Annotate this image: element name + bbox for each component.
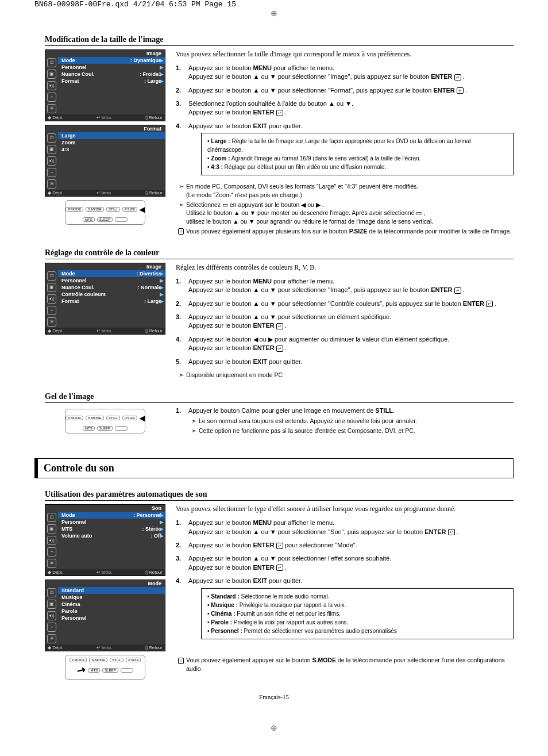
osd-row-format: Format: Large▶	[58, 298, 165, 305]
step-3: Sélectionnez l'option souhaitée à l'aide…	[188, 99, 514, 117]
arrow-icon: ◂	[140, 203, 145, 216]
osd-row-volume-auto: Volume auto: Off▶	[58, 532, 165, 539]
step-2: Appuyez sur le bouton ▲ ou ▼ pour sélect…	[188, 86, 514, 95]
enter-icon: ↵	[276, 543, 283, 549]
definitions-box: • Standard : Sélectionne le mode audio n…	[201, 588, 514, 639]
osd-footer: ◆ Dépl. ↵ Intro. ▯ Retour	[45, 114, 165, 121]
step-3: Appuyez sur le bouton ▲ ou ▼ pour sélect…	[188, 313, 514, 331]
enter-icon: ↵	[448, 529, 455, 535]
osd-color-menu: Image ⊡▣◂))⌁✲ Mode: Divertiss▶ Personnel…	[45, 263, 165, 335]
osd-row-controle-couleurs: Contrôle couleurs▶	[58, 291, 165, 298]
osd-row-standard: Standard	[58, 587, 165, 594]
enter-icon: ↵	[276, 110, 283, 116]
note-remote: ☟Vous pouvez également appuyer plusieurs…	[176, 227, 514, 236]
enter-icon: ↵	[276, 323, 283, 329]
arrow-icon: ↗	[75, 663, 88, 678]
osd-row-mode: Mode: Personnel▶	[58, 512, 165, 519]
heading-color-control: Réglage du contrôle de la couleur	[45, 247, 514, 259]
step-1: Appuyer le bouton Calme pour geler une i…	[188, 406, 514, 436]
crop-mark-top: ⊕	[0, 9, 548, 18]
enter-icon: ↵	[276, 346, 283, 352]
arrow-icon: ◂	[140, 412, 145, 424]
osd-image-menu: Image ⊡▣◂))⌁✲ Mode: Dynamique▶ Personnel…	[45, 49, 165, 121]
file-header: BN68-00998F-00Fre.qxd 4/21/04 6:53 PM Pa…	[0, 0, 548, 9]
crop-mark-bottom: ⊕	[0, 723, 548, 732]
osd-category-icons: ⊡▣◂))⌁✲	[45, 132, 58, 190]
step-4: Appuyez sur le bouton ◀ ou ▶ pour augmen…	[188, 335, 514, 353]
osd-footer: ◆ Dépl. ↵ Intro. ▯ Retour	[45, 644, 165, 651]
osd-footer: ◆ Dépl. ↵ Intro. ▯ Retour	[45, 569, 165, 575]
osd-title: Image	[45, 50, 165, 57]
osd-row-personnel: Personnel▶	[58, 64, 165, 71]
osd-sound-mode-menu: Mode ⊡▣◂))⌁✲ Standard Musique Cinéma Par…	[45, 580, 165, 651]
osd-row-musique: Musique	[58, 594, 165, 601]
osd-category-icons: ⊡▣◂))⌁✲	[45, 270, 58, 328]
osd-row-mode: Mode: Dynamique▶	[58, 57, 165, 64]
step-3: Appuyez sur le bouton ▲ ou ▼ pour sélect…	[188, 554, 514, 572]
osd-row-nuance: Nuance Coul.: Froide1▶	[58, 71, 165, 78]
heading-gel-image: Gel de l'image	[45, 391, 514, 403]
intro-text: Vous pouvez sélectionner le type d'effet…	[176, 504, 514, 514]
step-5: Appuyez sur le bouton EXIT pour quitter.	[188, 358, 514, 366]
osd-title: Son	[45, 505, 165, 512]
step-1: Appuyez sur le bouton MENU pour afficher…	[188, 277, 514, 295]
osd-row-nuance: Nuance Coul.: Normale▶	[58, 284, 165, 291]
heading-sound-control: Controle du son	[34, 458, 514, 478]
osd-row-43: 4:3	[58, 146, 165, 153]
osd-category-icons: ⊡▣◂))⌁✲	[45, 57, 58, 114]
osd-title: Mode	[45, 580, 165, 587]
osd-row-parole: Parole	[58, 608, 165, 615]
enter-icon: ↵	[486, 301, 493, 307]
remote-illustration: P.MODES.MODESTILLP.SIZE ◂ MTSSLEEP	[65, 409, 145, 433]
heading-image-size: Modification de la taille de l'image	[45, 34, 514, 46]
heading-auto-sound: Utilisation des paramètres automatiques …	[45, 489, 514, 501]
osd-sound-menu: Son ⊡▣◂))⌁✲ Mode: Personnel▶ Personnel▶ …	[45, 504, 165, 576]
osd-footer: ◆ Dépl. ↵ Intro. ▯ Retour	[45, 328, 165, 334]
page-number: Français-15	[34, 693, 514, 700]
remote-tip-icon: ☟	[178, 228, 184, 235]
step-2: Appuyez sur le bouton ENTER ↵ pour sélec…	[188, 541, 514, 550]
note: ➣En mode PC, Composant, DVI seuls les fo…	[176, 182, 514, 199]
step-1: Appuyez sur le bouton MENU pour afficher…	[188, 519, 514, 536]
osd-row-format: Format: Large▶	[58, 78, 165, 85]
intro-text: Vous pouvez sélectionner la taille d'ima…	[176, 49, 514, 59]
osd-category-icons: ⊡▣◂))⌁✲	[45, 587, 58, 644]
step-4: Appuyez sur le bouton EXIT pour quitter.…	[188, 577, 514, 641]
osd-footer: ◆ Dépl. ↵ Intro. ▯ Retour	[45, 190, 165, 196]
osd-title: Image	[45, 263, 165, 270]
enter-icon: ↵	[454, 287, 461, 294]
osd-category-icons: ⊡▣◂))⌁✲	[45, 512, 58, 569]
intro-text: Réglez les différents contrôles de coule…	[176, 263, 514, 273]
osd-row-personnel: Personnel	[58, 615, 165, 621]
osd-row-mode: Mode: Divertiss▶	[58, 270, 165, 277]
enter-icon: ↵	[457, 87, 464, 94]
osd-row-zoom: Zoom	[58, 139, 165, 146]
osd-row-personnel: Personnel▶	[58, 277, 165, 284]
remote-tip-icon: ☟	[178, 658, 184, 664]
osd-row-mts: MTS: Stéréo▶	[58, 525, 165, 532]
osd-row-personnel: Personnel▶	[58, 519, 165, 525]
remote-illustration: P.MODES.MODESTILLP.SIZE ↗ MTSSLEEP	[65, 655, 145, 680]
step-1: Appuyez sur le bouton MENU pour afficher…	[188, 64, 514, 82]
enter-icon: ↵	[276, 565, 283, 571]
osd-title: Format	[45, 125, 165, 132]
osd-row-cinema: Cinéma	[58, 601, 165, 608]
step-2: Appuyez sur le bouton ▲ ou ▼ pour sélect…	[188, 300, 514, 308]
step-4: Appuyez sur le bouton EXIT pour quitter.…	[188, 122, 514, 178]
note-remote: ☟Vous pouvez également appuyer sur le bo…	[176, 656, 514, 673]
note: ➣Disponible uniquement en mode PC	[176, 371, 514, 379]
enter-icon: ↵	[454, 74, 461, 80]
note: ➣Sélectionnez ▭ en appuyant sur le bouto…	[176, 201, 514, 226]
definitions-box: • Large : Règle la taille de l'image sur…	[201, 133, 514, 175]
osd-row-large: Large	[58, 132, 165, 139]
osd-format-menu: Format ⊡▣◂))⌁✲ Large Zoom 4:3 ◆ Dépl. ↵ …	[45, 125, 165, 197]
remote-illustration: P.MODES.MODESTILLP.SIZE ◂ MTSSLEEP	[65, 200, 145, 225]
